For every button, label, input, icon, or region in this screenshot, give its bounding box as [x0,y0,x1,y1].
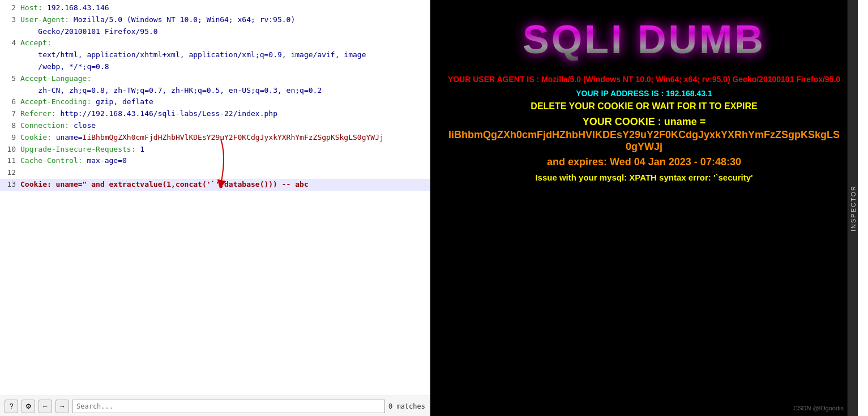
line-number: 12 [5,167,16,179]
line-number: 6 [5,96,16,108]
code-line-7: 7 Referer: http://192.168.43.146/sqli-la… [0,108,430,120]
code-line-3: 3 User-Agent: Mozilla/5.0 (Windows NT 10… [0,14,430,38]
help-button[interactable]: ? [5,400,18,413]
code-line-8: 8 Connection: close [0,120,430,132]
line-content [20,167,25,179]
line-number: 7 [5,108,16,120]
mysql-error-line: Issue with your mysql: XPATH syntax erro… [447,173,841,182]
line-number: 5 [5,73,16,85]
line-number: 8 [5,120,16,132]
line-content: Host: 192.168.43.146 [20,2,109,14]
line-content-highlight: Cookie: uname=" and extractvalue(1,conca… [20,179,309,191]
left-panel: 2 Host: 192.168.43.146 3 User-Agent: Moz… [0,0,430,416]
line-content: User-Agent: Mozilla/5.0 (Windows NT 10.0… [20,14,295,38]
csdn-watermark: CSDN @IDgoodis [793,405,844,411]
code-line-6: 6 Accept-Encoding: gzip, deflate [0,96,430,108]
settings-button[interactable]: ⚙ [22,400,35,413]
ip-address-line: YOUR IP ADDRESS IS : 192.168.43.1 [447,89,841,98]
line-number: 10 [5,144,16,156]
line-number: 13 [5,179,16,191]
sqli-title: SQLI DUMB [523,17,766,62]
arrow-annotation [193,134,249,201]
line-content: Referer: http://192.168.43.146/sqli-labs… [20,108,277,120]
expires-line: and expires: Wed 04 Jan 2023 - 07:48:30 [447,156,841,168]
line-content: Upgrade-Insecure-Requests: 1 [20,144,144,156]
line-content: Accept-Language: zh-CN, zh;q=0.8, zh-TW;… [20,73,322,97]
right-panel: SQLI DUMB YOUR USER AGENT IS : Mozilla/5… [430,0,858,416]
line-number: 4 [5,37,16,49]
line-content: Cache-Control: max-age=0 [20,155,127,167]
line-content: Accept-Encoding: gzip, deflate [20,96,153,108]
back-button[interactable]: ← [39,400,52,413]
title-wrapper: SQLI DUMB [523,17,766,62]
line-number: 2 [5,2,16,14]
line-number: 3 [5,14,16,26]
cookie-label: YOUR COOKIE : uname = [447,116,841,128]
delete-cookie-line: DELETE YOUR COOKIE OR WAIT FOR IT TO EXP… [447,101,841,111]
forward-button[interactable]: → [55,400,69,413]
line-number: 9 [5,132,16,144]
bottom-toolbar: ? ⚙ ← → 0 matches [0,396,430,416]
search-input[interactable] [72,400,385,413]
line-number: 11 [5,155,16,167]
code-line-2: 2 Host: 192.168.43.146 [0,2,430,14]
code-line-4: 4 Accept: text/html, application/xhtml+x… [0,37,430,72]
cookie-value-display: IiBhbmQgZXh0cmFjdHZhbHVlKDEsY29uY2F0KCdg… [447,129,841,153]
line-content: Connection: close [20,120,96,132]
matches-count: 0 matches [388,402,425,410]
content-area: YOUR USER AGENT IS : Mozilla/5.0 (Window… [430,74,858,186]
line-content: Accept: text/html, application/xhtml+xml… [20,37,366,72]
inspector-tab[interactable]: INSPECTOR [848,0,858,416]
inspector-label: INSPECTOR [850,185,857,231]
code-area[interactable]: 2 Host: 192.168.43.146 3 User-Agent: Moz… [0,0,430,396]
user-agent-line: YOUR USER AGENT IS : Mozilla/5.0 (Window… [447,74,841,85]
code-line-5: 5 Accept-Language: zh-CN, zh;q=0.8, zh-T… [0,73,430,97]
